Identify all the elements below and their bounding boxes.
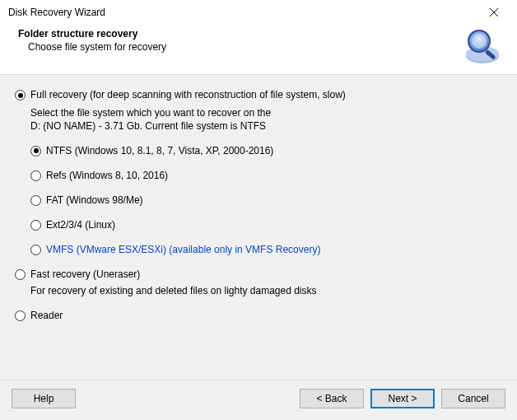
cancel-button[interactable]: Cancel bbox=[441, 389, 505, 408]
next-button[interactable]: Next > bbox=[370, 389, 435, 408]
titlebar: Disk Recovery Wizard bbox=[0, 0, 517, 25]
radio-icon bbox=[30, 170, 41, 181]
radio-icon bbox=[15, 90, 26, 100]
footer: Help < Back Next > Cancel bbox=[0, 380, 517, 420]
wizard-window: Disk Recovery Wizard Folder structure re… bbox=[0, 0, 517, 420]
fs-ntfs-label: NTFS (Windows 10, 8.1, 8, 7, Vista, XP, … bbox=[46, 144, 273, 157]
header-subtitle: Choose file system for recovery bbox=[28, 41, 463, 53]
content-area: Full recovery (for deep scanning with re… bbox=[0, 75, 517, 380]
filesystem-group: NTFS (Windows 10, 8.1, 8, 7, Vista, XP, … bbox=[30, 144, 502, 256]
fs-option-fat[interactable]: FAT (Windows 98/Me) bbox=[30, 194, 502, 207]
fs-vmfs-label: VMFS (VMware ESX/ESXi) (available only i… bbox=[46, 243, 320, 256]
fs-ext-label: Ext2/3/4 (Linux) bbox=[46, 218, 115, 231]
full-desc-line2: D: (NO NAME) - 3.71 Gb. Current file sys… bbox=[30, 119, 502, 133]
close-icon bbox=[490, 8, 498, 16]
fs-option-vmfs[interactable]: VMFS (VMware ESX/ESXi) (available only i… bbox=[30, 243, 502, 256]
radio-icon bbox=[15, 310, 26, 321]
radio-icon bbox=[30, 195, 41, 206]
option-fast-label: Fast recovery (Uneraser) bbox=[30, 268, 140, 281]
fs-option-ext[interactable]: Ext2/3/4 (Linux) bbox=[30, 218, 502, 231]
header-text: Folder structure recovery Choose file sy… bbox=[18, 28, 463, 53]
radio-icon bbox=[30, 220, 41, 231]
option-fast-recovery[interactable]: Fast recovery (Uneraser) bbox=[15, 268, 502, 281]
radio-icon bbox=[30, 245, 41, 255]
option-reader[interactable]: Reader bbox=[15, 309, 502, 322]
header-title: Folder structure recovery bbox=[18, 28, 463, 40]
option-full-label: Full recovery (for deep scanning with re… bbox=[30, 88, 346, 101]
radio-icon bbox=[15, 269, 26, 280]
magnifier-disk-icon bbox=[463, 26, 502, 66]
close-button[interactable] bbox=[477, 1, 510, 24]
option-reader-label: Reader bbox=[30, 309, 63, 322]
fs-option-ntfs[interactable]: NTFS (Windows 10, 8.1, 8, 7, Vista, XP, … bbox=[30, 144, 502, 157]
option-full-recovery[interactable]: Full recovery (for deep scanning with re… bbox=[15, 88, 502, 101]
fs-fat-label: FAT (Windows 98/Me) bbox=[46, 194, 143, 207]
fast-recovery-desc: For recovery of existing and deleted fil… bbox=[30, 284, 502, 297]
fs-option-refs[interactable]: Refs (Windows 8, 10, 2016) bbox=[30, 169, 502, 182]
back-button[interactable]: < Back bbox=[300, 389, 364, 408]
wizard-header: Folder structure recovery Choose file sy… bbox=[0, 25, 517, 74]
fs-refs-label: Refs (Windows 8, 10, 2016) bbox=[46, 169, 168, 182]
full-desc-line1: Select the file system which you want to… bbox=[30, 106, 502, 119]
radio-icon bbox=[30, 146, 41, 156]
window-title: Disk Recovery Wizard bbox=[8, 7, 477, 18]
full-recovery-desc: Select the file system which you want to… bbox=[30, 106, 502, 133]
svg-point-5 bbox=[472, 34, 487, 49]
help-button[interactable]: Help bbox=[12, 389, 76, 408]
